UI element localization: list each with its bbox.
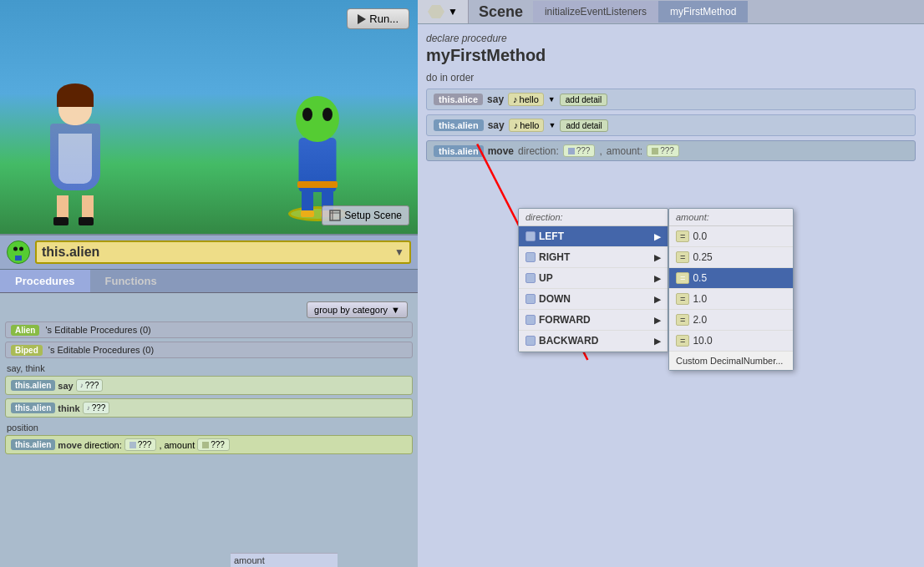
alien-say-string-val: hello [520,120,539,130]
direction-up-text: UP [539,272,553,284]
tab-initialize-event-listeners[interactable]: initializeEventListeners [533,1,658,23]
alien-badge-stmt: this.alien [434,119,484,131]
right-panel: ▼ Scene initializeEventListeners myFirst… [418,0,924,567]
comma: , [159,440,161,450]
alien-character [301,129,334,217]
tab-procedures[interactable]: Procedures [0,270,90,292]
alice-character [42,84,117,217]
amount-param-icon [202,442,209,448]
alien-icon-svg [10,243,27,261]
direction-param: ??? [124,438,157,451]
dir-badge-backward [525,336,536,346]
amount-item-1[interactable]: = 1.0 [669,289,793,310]
direction-param-text: ??? [138,440,152,449]
direction-item-left[interactable]: LEFT ▶ [519,226,668,247]
amount-val-10-badge: = [676,335,689,347]
alien-mini-icon [7,240,30,264]
direction-item-down[interactable]: DOWN ▶ [519,289,668,310]
entity-dropdown[interactable]: this.alien ▼ [35,240,411,264]
amount-item-025[interactable]: = 0.25 [669,247,793,268]
scene-title: Scene [469,3,533,21]
move-block[interactable]: this.alien move direction: ??? , amount … [5,435,413,454]
move-amount-label: amount: [607,145,642,157]
amount-val-05-text: 0.5 [693,272,707,284]
say-keyword: say [58,381,73,391]
amount-submenu: amount: = 0.0 = 0.25 = 0.5 = 1.0 = 2.0 [668,208,794,371]
scene-dropdown-btn[interactable]: ▼ [448,6,458,18]
alice-say-keyword: say [487,94,504,105]
amount-bottom-label: amount [231,553,338,567]
direction-item-backward[interactable]: BACKWARD ▶ [519,331,668,352]
direction-left-arrow: ▶ [654,232,661,241]
tab-my-first-method[interactable]: myFirstMethod [658,1,748,23]
move-stmt-keyword: move [488,145,514,157]
alice-say-string-icon: ♪ [513,94,518,104]
svg-rect-11 [652,148,658,154]
svg-rect-7 [18,256,22,261]
scene-viewport: Run... Setup Scene [0,0,418,234]
setup-scene-label: Setup Scene [344,210,402,221]
amount-item-0[interactable]: = 0.0 [669,226,793,247]
amount-val-1-badge: = [676,293,689,305]
direction-dropdown-label: direction: [519,209,668,226]
alice-say-string-val: hello [520,94,539,104]
group-by-button[interactable]: group by category ▼ [307,301,408,318]
alice-badge: this.alice [434,94,483,105]
alien-say-string-icon: ♪ [514,120,519,130]
direction-left-text: LEFT [539,230,564,242]
amount-item-10[interactable]: = 10.0 [669,331,793,352]
direction-down-arrow: ▶ [654,295,661,304]
direction-forward-text: FORWARD [539,314,591,326]
direction-label: direction: [84,440,122,450]
amount-item-2[interactable]: = 2.0 [669,310,793,331]
amount-item-05[interactable]: = 0.5 [669,268,793,289]
move-comma: , [599,145,602,157]
amount-label-left: amount [165,440,195,450]
amount-val-2-badge: = [676,314,689,326]
method-content: declare procedure myFirstMethod do in or… [418,24,924,567]
tab-functions[interactable]: Functions [90,270,172,292]
svg-rect-10 [568,148,575,154]
play-icon [358,14,366,24]
dropdown-arrow-icon: ▼ [394,246,404,258]
think-block[interactable]: this.alien think ♪ ??? [5,398,413,418]
group-by-label: group by category [314,305,388,315]
think-keyword: think [58,403,79,413]
direction-item-up[interactable]: UP ▶ [519,268,668,289]
move-amount-param: ??? [647,144,679,157]
alien-say-add-detail[interactable]: add detail [560,119,607,132]
amount-val-025-text: 0.25 [693,251,712,263]
tabs-row: Procedures Functions [0,270,418,293]
dir-badge-up [525,273,536,283]
direction-backward-arrow: ▶ [654,337,661,346]
direction-dropdown: direction: LEFT ▶ RIGHT ▶ UP ▶ DOWN ▶ FO… [518,208,668,352]
dir-badge-left [525,231,536,241]
amount-custom-decimal[interactable]: Custom DecimalNumber... [669,352,793,370]
declare-label: declare procedure [426,33,916,44]
amount-param: ??? [197,438,230,451]
setup-scene-button[interactable]: Setup Scene [322,205,409,225]
say-param-text: ??? [85,381,99,390]
amount-val-025-badge: = [676,251,689,263]
left-panel: Run... Setup Scene this.alien ▼ [0,0,418,567]
alien-badge: Alien [11,325,39,336]
direction-right-arrow: ▶ [654,253,661,262]
svg-point-4 [13,247,18,251]
stmt-alice-say[interactable]: this.alice say ♪ hello ▼ add detail [426,89,916,110]
amount-param-text: ??? [211,440,225,449]
move-stmt[interactable]: this.alien move direction: ??? , amount:… [426,140,916,161]
say-block[interactable]: this.alien say ♪ ??? [5,376,413,395]
run-button[interactable]: Run... [347,8,409,29]
move-direction-param: ??? [563,144,596,157]
move-badge: this.alien [11,439,55,450]
stmt-alien-say[interactable]: this.alien say ♪ hello ▼ add detail [426,114,916,136]
alice-say-string: ♪ hello [508,93,544,106]
direction-right-text: RIGHT [539,251,570,263]
direction-item-right[interactable]: RIGHT ▶ [519,247,668,268]
dir-badge-down [525,294,536,304]
position-label: position [7,423,413,433]
scene-header: ▼ Scene initializeEventListeners myFirst… [418,0,924,24]
direction-item-forward[interactable]: FORWARD ▶ [519,310,668,331]
alice-say-add-detail[interactable]: add detail [560,94,607,106]
svg-rect-6 [15,256,18,261]
